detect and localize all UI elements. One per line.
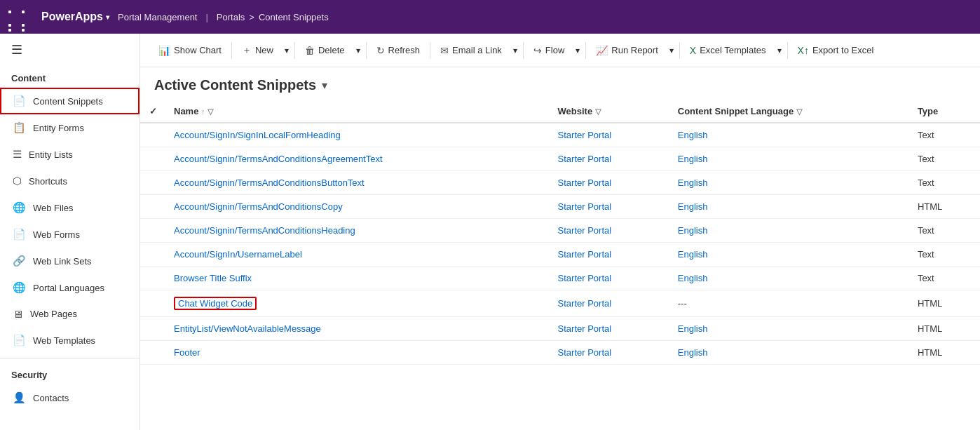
table-row: Account/SignIn/SignInLocalFormHeadingSta…: [140, 123, 980, 147]
table-row: Account/Signin/TermsAndConditionsCopySta…: [140, 195, 980, 219]
list-title-chevron[interactable]: ▾: [322, 79, 327, 92]
col-name: Name ↑ ▽: [165, 100, 550, 123]
web-templates-icon: 📄: [13, 334, 26, 347]
sidebar-item-portal-languages[interactable]: 🌐 Portal Languages: [0, 274, 139, 301]
row-checkbox[interactable]: [140, 123, 165, 147]
cell-type: Text: [909, 219, 980, 243]
new-button[interactable]: ＋ New: [235, 40, 280, 61]
row-checkbox[interactable]: [140, 147, 165, 171]
table-row: Account/Signin/TermsAndConditionsAgreeme…: [140, 147, 980, 171]
app-name-chevron[interactable]: ▾: [106, 13, 109, 21]
sidebar-item-contacts[interactable]: 👤 Contacts: [0, 384, 139, 411]
row-checkbox[interactable]: [140, 195, 165, 219]
sidebar-item-web-forms[interactable]: 📄 Web Forms: [0, 221, 139, 248]
hamburger-icon[interactable]: ☰: [0, 34, 139, 66]
toolbar-divider-4: [430, 42, 430, 59]
cell-name[interactable]: Account/Signin/TermsAndConditionsButtonT…: [165, 171, 550, 195]
cell-type: Text: [909, 267, 980, 290]
trash-icon: 🗑: [305, 45, 315, 56]
cell-website: Starter Portal: [550, 290, 669, 317]
cell-name[interactable]: Account/Signin/TermsAndConditionsHeading: [165, 219, 550, 243]
show-chart-button[interactable]: 📊 Show Chart: [151, 41, 229, 60]
table-row: FooterStarter PortalEnglishHTML: [140, 341, 980, 365]
excel-templates-button[interactable]: X Excel Templates: [683, 41, 773, 60]
shortcuts-icon: ⬡: [13, 175, 22, 187]
sidebar-item-entity-lists[interactable]: ☰ Entity Lists: [0, 141, 139, 168]
sidebar-divider: [0, 358, 139, 358]
toolbar: 📊 Show Chart ＋ New ▾ 🗑 Delete ▾ ↻ Refres…: [140, 34, 980, 67]
cell-name[interactable]: Account/SignIn/UsernameLabel: [165, 243, 550, 267]
sidebar-label-portal-languages: Portal Languages: [33, 283, 104, 293]
toolbar-divider-2: [294, 42, 295, 59]
flow-dropdown[interactable]: ▾: [573, 41, 583, 60]
cell-name[interactable]: Account/Signin/TermsAndConditionsAgreeme…: [165, 147, 550, 171]
export-to-excel-button[interactable]: X↑ Export to Excel: [791, 41, 881, 60]
breadcrumb-portals[interactable]: Portals: [217, 12, 245, 22]
cell-type: HTML: [909, 290, 980, 317]
cell-type: HTML: [909, 317, 980, 341]
flow-button[interactable]: ↪ Flow: [526, 41, 571, 60]
sidebar-label-contacts: Contacts: [33, 393, 69, 403]
portal-management-label: Portal Management: [118, 12, 197, 22]
table-row: Account/Signin/TermsAndConditionsButtonT…: [140, 171, 980, 195]
email-link-button[interactable]: ✉ Email a Link: [433, 41, 509, 60]
entity-lists-icon: ☰: [13, 148, 22, 161]
app-grid-icon[interactable]: [8, 0, 33, 36]
delete-dropdown[interactable]: ▾: [353, 41, 363, 60]
toolbar-divider-7: [679, 42, 680, 59]
cell-name[interactable]: Chat Widget Code: [165, 290, 550, 317]
row-checkbox[interactable]: [140, 171, 165, 195]
run-report-dropdown[interactable]: ▾: [667, 41, 676, 60]
sidebar-item-web-pages[interactable]: 🖥 Web Pages: [0, 301, 139, 327]
chart-icon: 📊: [158, 45, 170, 56]
sidebar-item-shortcuts[interactable]: ⬡ Shortcuts: [0, 168, 139, 194]
cell-language: English: [669, 147, 909, 171]
table-header-row: ✓ Name ↑ ▽ Website ▽ Content Snippet Lan…: [140, 100, 980, 123]
cell-name[interactable]: Browser Title Suffix: [165, 267, 550, 290]
cell-type: Text: [909, 171, 980, 195]
cell-name[interactable]: Footer: [165, 341, 550, 365]
row-checkbox[interactable]: [140, 219, 165, 243]
table-row: Chat Widget CodeStarter Portal---HTML: [140, 290, 980, 317]
col-language: Content Snippet Language ▽: [669, 100, 909, 123]
cell-name[interactable]: Account/SignIn/SignInLocalFormHeading: [165, 123, 550, 147]
row-checkbox[interactable]: [140, 341, 165, 365]
email-dropdown[interactable]: ▾: [510, 41, 520, 60]
row-checkbox[interactable]: [140, 317, 165, 341]
sidebar-item-web-files[interactable]: 🌐 Web Files: [0, 194, 139, 221]
cell-name[interactable]: EntityList/ViewNotAvailableMessage: [165, 317, 550, 341]
cell-website: Starter Portal: [550, 171, 669, 195]
sidebar-item-web-templates[interactable]: 📄 Web Templates: [0, 327, 139, 354]
new-dropdown[interactable]: ▾: [282, 41, 292, 60]
table-row: Browser Title SuffixStarter PortalEnglis…: [140, 267, 980, 290]
main-layout: ☰ Content 📄 Content Snippets 📋 Entity Fo…: [0, 34, 980, 430]
sidebar-item-content-snippets[interactable]: 📄 Content Snippets: [0, 88, 139, 114]
cell-website: Starter Portal: [550, 317, 669, 341]
email-icon: ✉: [440, 45, 449, 56]
sidebar-label-web-forms: Web Forms: [33, 229, 80, 240]
sidebar-item-web-link-sets[interactable]: 🔗 Web Link Sets: [0, 248, 139, 274]
web-files-icon: 🌐: [13, 201, 26, 214]
checkbox-header[interactable]: ✓: [140, 100, 165, 123]
breadcrumb: Portals > Content Snippets: [217, 12, 329, 22]
portal-languages-icon: 🌐: [13, 281, 26, 294]
run-report-button[interactable]: 📈 Run Report: [589, 41, 665, 60]
delete-button[interactable]: 🗑 Delete: [298, 41, 352, 60]
cell-language: English: [669, 123, 909, 147]
sidebar-label-web-pages: Web Pages: [30, 309, 77, 319]
excel-templates-dropdown[interactable]: ▾: [775, 41, 784, 60]
breadcrumb-current: Content Snippets: [259, 12, 329, 22]
cell-type: HTML: [909, 195, 980, 219]
refresh-button[interactable]: ↻ Refresh: [369, 41, 428, 60]
sidebar-label-web-templates: Web Templates: [33, 335, 95, 346]
row-checkbox[interactable]: [140, 290, 165, 317]
row-checkbox[interactable]: [140, 267, 165, 290]
row-checkbox[interactable]: [140, 243, 165, 267]
list-title: Active Content Snippets: [154, 77, 316, 93]
cell-name[interactable]: Account/Signin/TermsAndConditionsCopy: [165, 195, 550, 219]
app-name[interactable]: PowerApps ▾: [41, 11, 109, 23]
toolbar-divider-8: [787, 42, 788, 59]
table-row: Account/SignIn/UsernameLabelStarter Port…: [140, 243, 980, 267]
web-pages-icon: 🖥: [13, 308, 23, 320]
sidebar-item-entity-forms[interactable]: 📋 Entity Forms: [0, 114, 139, 141]
